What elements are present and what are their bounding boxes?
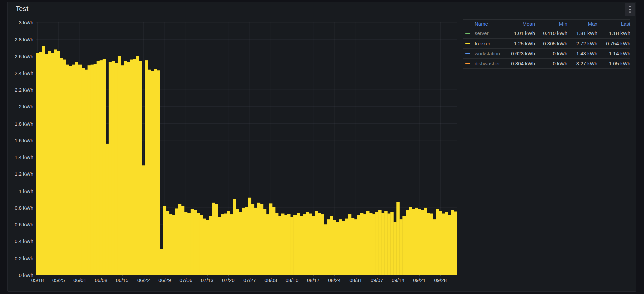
freezer-bar[interactable] bbox=[339, 219, 342, 275]
freezer-bar[interactable] bbox=[157, 70, 160, 275]
freezer-bar[interactable] bbox=[321, 214, 324, 275]
freezer-bar[interactable] bbox=[242, 208, 245, 275]
freezer-bar[interactable] bbox=[139, 61, 142, 275]
freezer-bar[interactable] bbox=[54, 49, 57, 275]
freezer-bar[interactable] bbox=[178, 204, 182, 275]
freezer-bar[interactable] bbox=[387, 214, 391, 275]
freezer-bar[interactable] bbox=[263, 209, 267, 275]
freezer-bar[interactable] bbox=[42, 46, 45, 275]
freezer-bar[interactable] bbox=[85, 70, 88, 275]
legend-header-name[interactable]: Name bbox=[463, 21, 505, 27]
freezer-bar[interactable] bbox=[106, 144, 109, 275]
freezer-bar[interactable] bbox=[445, 212, 448, 275]
freezer-bar[interactable] bbox=[351, 218, 355, 275]
freezer-bar[interactable] bbox=[357, 215, 361, 275]
freezer-bar[interactable] bbox=[48, 51, 51, 275]
freezer-bar[interactable] bbox=[363, 214, 367, 275]
freezer-bar[interactable] bbox=[239, 212, 242, 275]
freezer-bar[interactable] bbox=[124, 61, 127, 275]
freezer-bar[interactable] bbox=[275, 213, 279, 275]
freezer-bar[interactable] bbox=[442, 214, 445, 275]
freezer-bar[interactable] bbox=[224, 214, 227, 275]
freezer-bar[interactable] bbox=[336, 222, 339, 275]
legend-header-min[interactable]: Min bbox=[535, 21, 567, 27]
freezer-bar[interactable] bbox=[415, 208, 418, 275]
freezer-bar[interactable] bbox=[260, 204, 264, 275]
freezer-bar[interactable] bbox=[169, 214, 173, 275]
freezer-bar[interactable] bbox=[39, 52, 42, 275]
freezer-bar[interactable] bbox=[284, 215, 288, 275]
freezer-bar[interactable] bbox=[372, 214, 376, 275]
legend-series-toggle-dishwasher[interactable]: dishwasher bbox=[463, 61, 505, 66]
freezer-bar[interactable] bbox=[57, 51, 60, 275]
freezer-bar[interactable] bbox=[345, 219, 348, 275]
freezer-bar[interactable] bbox=[72, 65, 75, 275]
freezer-bar[interactable] bbox=[348, 214, 352, 275]
freezer-bar[interactable] bbox=[145, 60, 148, 275]
panel-menu-button[interactable] bbox=[625, 3, 635, 16]
freezer-bar[interactable] bbox=[254, 208, 258, 275]
freezer-bar[interactable] bbox=[112, 61, 115, 275]
freezer-bar[interactable] bbox=[369, 213, 373, 275]
freezer-bar[interactable] bbox=[82, 68, 85, 275]
freezer-bar[interactable] bbox=[154, 69, 157, 275]
freezer-bar[interactable] bbox=[181, 206, 185, 275]
freezer-bar[interactable] bbox=[402, 216, 406, 275]
freezer-bar[interactable] bbox=[375, 212, 379, 275]
freezer-bar[interactable] bbox=[103, 59, 106, 275]
bar-chart[interactable] bbox=[36, 22, 457, 275]
freezer-bar[interactable] bbox=[318, 213, 321, 275]
freezer-bar[interactable] bbox=[297, 213, 300, 275]
freezer-bar[interactable] bbox=[378, 210, 382, 275]
legend-header-mean[interactable]: Mean bbox=[505, 21, 535, 27]
freezer-bar[interactable] bbox=[390, 212, 394, 275]
freezer-bar[interactable] bbox=[142, 165, 145, 275]
freezer-bar[interactable] bbox=[200, 215, 203, 275]
freezer-bar[interactable] bbox=[172, 215, 176, 275]
freezer-bar[interactable] bbox=[266, 214, 270, 275]
freezer-bar[interactable] bbox=[381, 213, 385, 275]
freezer-bar[interactable] bbox=[251, 204, 255, 275]
freezer-bar[interactable] bbox=[212, 203, 215, 275]
freezer-bar[interactable] bbox=[315, 211, 318, 275]
freezer-bar[interactable] bbox=[233, 199, 236, 275]
freezer-bar[interactable] bbox=[424, 208, 427, 275]
freezer-bar[interactable] bbox=[209, 216, 212, 275]
freezer-bar[interactable] bbox=[166, 211, 170, 275]
freezer-bar[interactable] bbox=[303, 214, 306, 275]
freezer-bar[interactable] bbox=[60, 58, 63, 275]
freezer-bar[interactable] bbox=[448, 215, 451, 275]
freezer-bar[interactable] bbox=[281, 214, 285, 275]
freezer-bar[interactable] bbox=[175, 208, 179, 275]
freezer-bar[interactable] bbox=[300, 216, 303, 275]
freezer-bar[interactable] bbox=[451, 210, 454, 275]
freezer-bar[interactable] bbox=[88, 65, 91, 275]
freezer-bar[interactable] bbox=[94, 64, 97, 275]
freezer-bar[interactable] bbox=[342, 221, 345, 275]
legend-header-max[interactable]: Max bbox=[567, 21, 597, 27]
freezer-bar[interactable] bbox=[433, 219, 436, 275]
freezer-bar[interactable] bbox=[421, 210, 424, 275]
freezer-bar[interactable] bbox=[36, 53, 39, 275]
freezer-bar[interactable] bbox=[115, 63, 118, 275]
freezer-bar[interactable] bbox=[218, 217, 221, 275]
legend-series-toggle-workstation[interactable]: workstation bbox=[463, 51, 505, 56]
freezer-bar[interactable] bbox=[439, 211, 442, 275]
freezer-bar[interactable] bbox=[399, 219, 403, 275]
freezer-bar[interactable] bbox=[236, 209, 239, 275]
freezer-bar[interactable] bbox=[384, 211, 388, 275]
freezer-bar[interactable] bbox=[290, 217, 294, 275]
freezer-bar[interactable] bbox=[427, 213, 430, 275]
freezer-bar[interactable] bbox=[333, 220, 336, 275]
freezer-bar[interactable] bbox=[309, 214, 312, 275]
freezer-bar[interactable] bbox=[306, 212, 309, 275]
freezer-bar[interactable] bbox=[136, 56, 139, 275]
freezer-bar[interactable] bbox=[257, 203, 261, 275]
freezer-bar[interactable] bbox=[269, 203, 273, 275]
freezer-bar[interactable] bbox=[148, 70, 151, 275]
freezer-bar[interactable] bbox=[278, 216, 282, 275]
freezer-bar[interactable] bbox=[75, 62, 78, 275]
freezer-bar[interactable] bbox=[191, 209, 194, 275]
freezer-bar[interactable] bbox=[327, 219, 330, 275]
freezer-bar[interactable] bbox=[194, 210, 197, 275]
